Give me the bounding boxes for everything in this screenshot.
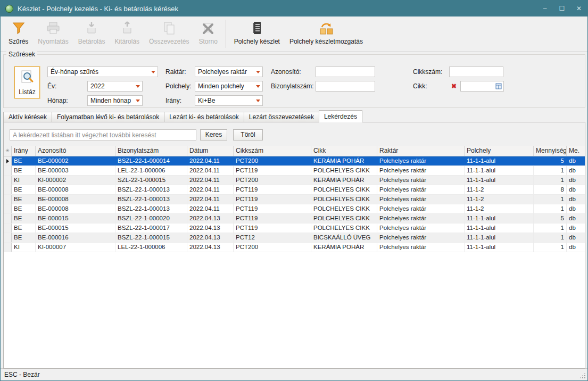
dropdown-arrow-icon[interactable] bbox=[256, 100, 260, 102]
cell-irany[interactable]: BE bbox=[12, 185, 36, 194]
cell-azonosito[interactable]: BE-000008 bbox=[36, 185, 115, 194]
cell-raktar[interactable]: Polchelyes raktár bbox=[377, 204, 465, 213]
cell-irany[interactable]: BE bbox=[12, 204, 36, 213]
cell-polchely[interactable]: 11-1-1-alul bbox=[465, 233, 534, 242]
table-row[interactable]: BEBE-000008BSZL-22-1-0000132022.04.11PCT… bbox=[4, 185, 585, 195]
cell-cikk[interactable]: KERÁMIA POHÁR bbox=[311, 243, 377, 252]
cell-azonosito[interactable]: BE-000002 bbox=[36, 156, 115, 165]
cell-polchely[interactable]: 11-1-2 bbox=[465, 185, 534, 194]
cell-azonosito[interactable]: BE-000003 bbox=[36, 166, 115, 175]
cell-irany[interactable]: KI bbox=[12, 176, 36, 185]
cell-datum[interactable]: 2022.04.13 bbox=[187, 223, 234, 233]
column-header-mennyiseg[interactable]: Mennyiség bbox=[534, 146, 567, 156]
table-row[interactable]: BEBE-000015BSZL-22-1-0000172022.04.13PCT… bbox=[4, 223, 585, 233]
cell-irany[interactable]: BE bbox=[12, 166, 36, 175]
cell-raktar[interactable]: Polchelyes raktár bbox=[377, 195, 465, 204]
cell-cikkszam[interactable]: PCT12 bbox=[234, 233, 311, 242]
minimize-button[interactable]: – bbox=[536, 1, 553, 16]
cell-cikk[interactable]: POLCHELYES CIKK bbox=[311, 214, 377, 223]
ev-combo[interactable]: 2022 bbox=[87, 81, 143, 92]
cell-bizonylatszam[interactable]: SZL-22-1-000015 bbox=[115, 176, 187, 185]
shelf-stock-button[interactable]: Polchely készlet bbox=[229, 18, 285, 51]
period-filter-combo[interactable]: Év-hónap szűrés bbox=[47, 67, 158, 77]
cell-raktar[interactable]: Polchelyes raktár bbox=[377, 185, 465, 194]
tab-lezart-osszevezetesek[interactable]: Lezárt összevezetések bbox=[244, 112, 319, 122]
cell-raktar[interactable]: Polchelyes raktár bbox=[377, 176, 465, 185]
dropdown-arrow-icon[interactable] bbox=[136, 85, 140, 88]
column-header-azonosito[interactable]: Azonosító bbox=[36, 146, 115, 156]
dropdown-arrow-icon[interactable] bbox=[136, 100, 140, 102]
resize-grip-icon[interactable] bbox=[584, 377, 585, 378]
cell-datum[interactable]: 2022.04.11 bbox=[187, 185, 234, 194]
cell-bizonylatszam[interactable]: BSZL-22-1-000013 bbox=[115, 204, 187, 213]
tab-lezart-ki-betarolasok[interactable]: Lezárt ki- és betárolások bbox=[164, 112, 244, 122]
cell-cikkszam[interactable]: PCT200 bbox=[234, 156, 311, 165]
cell-bizonylatszam[interactable]: LEL-22-1-000006 bbox=[115, 166, 187, 175]
cell-azonosito[interactable]: KI-000007 bbox=[36, 243, 115, 252]
cell-me[interactable]: db bbox=[567, 166, 585, 175]
cell-raktar[interactable]: Polchelyes raktár bbox=[377, 243, 465, 252]
cell-bizonylatszam[interactable]: BSZL-22-1-000017 bbox=[115, 223, 187, 233]
cell-irany[interactable]: BE bbox=[12, 156, 36, 165]
cell-me[interactable]: db bbox=[567, 204, 585, 213]
tab-aktiv-keresek[interactable]: Aktív kérések bbox=[3, 112, 52, 122]
cell-mennyiseg[interactable]: 5 bbox=[534, 214, 567, 223]
cell-me[interactable]: db bbox=[567, 185, 585, 194]
cell-mennyiseg[interactable]: 1 bbox=[534, 243, 567, 252]
cell-mennyiseg[interactable]: 1 bbox=[534, 195, 567, 204]
cell-mennyiseg[interactable]: 1 bbox=[534, 176, 567, 185]
bizonylatszam-input[interactable] bbox=[316, 81, 375, 92]
column-header-raktar[interactable]: Raktár bbox=[377, 146, 465, 156]
azonosito-input[interactable] bbox=[316, 67, 375, 77]
table-row[interactable]: BEBE-000015BSZL-22-1-0000202022.04.13PCT… bbox=[4, 214, 585, 223]
filter-button[interactable]: Szűrés bbox=[4, 18, 33, 51]
storno-button[interactable]: Storno bbox=[194, 18, 222, 51]
column-header-polchely[interactable]: Polchely bbox=[465, 146, 534, 156]
close-button[interactable]: ✕ bbox=[570, 1, 587, 16]
merge-button[interactable]: Összevezetés bbox=[144, 18, 194, 51]
cell-me[interactable]: db bbox=[567, 214, 585, 223]
cell-polchely[interactable]: 11-1-1-alul bbox=[465, 176, 534, 185]
cell-bizonylatszam[interactable]: BSZL-22-1-000013 bbox=[115, 195, 187, 204]
cell-mennyiseg[interactable]: 5 bbox=[534, 156, 567, 165]
cell-polchely[interactable]: 11-1-2 bbox=[465, 204, 534, 213]
cell-polchely[interactable]: 11-1-1-alul bbox=[465, 223, 534, 233]
table-row[interactable]: BEBE-000002BSZL-22-1-0000142022.04.11PCT… bbox=[4, 156, 585, 166]
table-row[interactable]: BEBE-000003LEL-22-1-0000062022.04.11PCT1… bbox=[4, 166, 585, 176]
cell-azonosito[interactable]: BE-000008 bbox=[36, 204, 115, 213]
cell-datum[interactable]: 2022.04.11 bbox=[187, 204, 234, 213]
cell-raktar[interactable]: Polchelyes raktár bbox=[377, 223, 465, 233]
cell-cikkszam[interactable]: PCT119 bbox=[234, 195, 311, 204]
cell-cikk[interactable]: KERÁMIA POHÁR bbox=[311, 156, 377, 165]
cell-irany[interactable]: BE bbox=[12, 214, 36, 223]
cell-raktar[interactable]: Polchelyes raktár bbox=[377, 214, 465, 223]
column-header-cikkszam[interactable]: Cikkszám bbox=[234, 146, 311, 156]
column-header-cikk[interactable]: Cikk bbox=[311, 146, 377, 156]
cell-cikkszam[interactable]: PCT200 bbox=[234, 176, 311, 185]
cell-mennyiseg[interactable]: 1 bbox=[534, 166, 567, 175]
shelf-stock-move-button[interactable]: Polchely készletmozgatás bbox=[285, 18, 368, 51]
cell-irany[interactable]: KI bbox=[12, 243, 36, 252]
cell-cikk[interactable]: POLCHELYES CIKK bbox=[311, 185, 377, 194]
cell-bizonylatszam[interactable]: LEL-22-1-000006 bbox=[115, 243, 187, 252]
cell-azonosito[interactable]: KI-000002 bbox=[36, 176, 115, 185]
maximize-button[interactable]: ☐ bbox=[553, 1, 570, 16]
cell-cikk[interactable]: POLCHELYES CIKK bbox=[311, 166, 377, 175]
cell-datum[interactable]: 2022.04.11 bbox=[187, 156, 234, 165]
search-button[interactable]: Keres bbox=[200, 129, 227, 140]
cell-azonosito[interactable]: BE-000015 bbox=[36, 214, 115, 223]
dropdown-arrow-icon[interactable] bbox=[256, 85, 260, 88]
list-button[interactable]: Listáz bbox=[14, 67, 40, 98]
clear-search-button[interactable]: Töröl bbox=[233, 129, 263, 140]
cell-polchely[interactable]: 11-1-1-alul bbox=[465, 156, 534, 165]
cell-datum[interactable]: 2022.04.13 bbox=[187, 214, 234, 223]
cell-polchely[interactable]: 11-1-2 bbox=[465, 195, 534, 204]
column-header-irany[interactable]: Irány bbox=[12, 146, 36, 156]
cell-polchely[interactable]: 11-1-1-alul bbox=[465, 166, 534, 175]
cell-cikk[interactable]: POLCHELYES CIKK bbox=[311, 223, 377, 233]
tab-folyamatban-levo[interactable]: Folyamatban lévő ki- és betárolások bbox=[52, 112, 164, 122]
store-out-button[interactable]: Kitárolás bbox=[110, 18, 144, 51]
cell-polchely[interactable]: 11-1-1-alul bbox=[465, 243, 534, 252]
table-row[interactable]: BEBE-000008BSZL-22-1-0000132022.04.11PCT… bbox=[4, 195, 585, 204]
cell-mennyiseg[interactable]: 1 bbox=[534, 223, 567, 233]
